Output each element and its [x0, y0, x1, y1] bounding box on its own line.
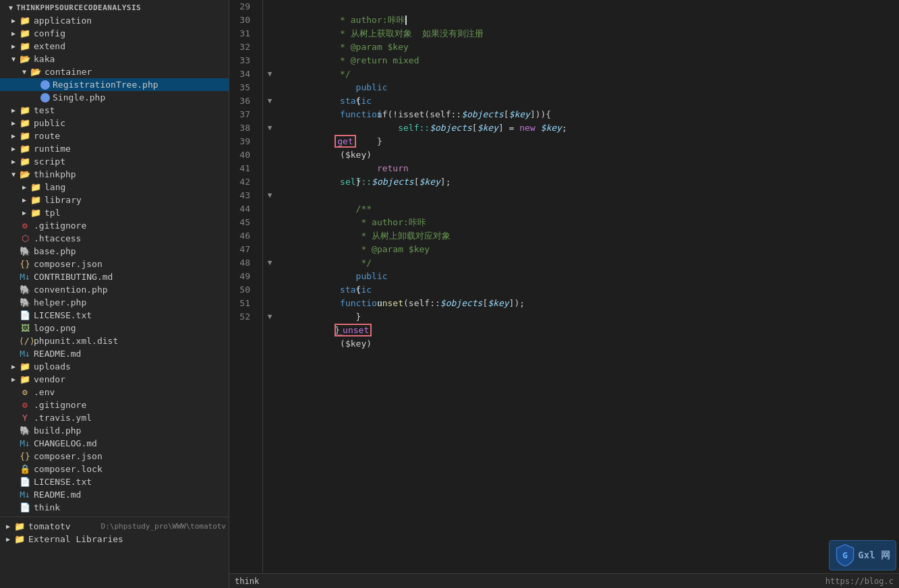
watermark-site-label: Gxl 网: [858, 550, 890, 562]
watermark-badge: G Gxl 网: [829, 540, 896, 570]
sidebar-item-readmemd1[interactable]: ▶ M↓ README.md: [0, 347, 229, 360]
sidebar-item-application[interactable]: ▶ 📁 application: [0, 14, 229, 27]
sidebar-item-extend[interactable]: ▶ 📁 extend: [0, 40, 229, 53]
fold-36[interactable]: ▼: [263, 94, 277, 108]
file-icon-env: ⚙: [19, 387, 31, 397]
sidebar-item-public[interactable]: ▶ 📁 public: [0, 117, 229, 129]
line-num-45: 45: [235, 216, 257, 229]
brace-38: }: [335, 136, 382, 146]
folder-icon-public: 📁: [19, 118, 31, 128]
sidebar-label-readmemd1: README.md: [34, 349, 226, 359]
sidebar-title: ThinkPHPSourceCodeAnalysis: [16, 3, 141, 12]
bottom-left: think: [235, 577, 259, 586]
code-line-43: /**: [282, 189, 899, 202]
arrow-public: ▶: [8, 119, 19, 127]
fold-48[interactable]: ▼: [263, 256, 277, 270]
fold-43[interactable]: ▼: [263, 189, 277, 202]
sidebar-item-buildphp[interactable]: ▶ 🐘 build.php: [0, 424, 229, 437]
sidebar-item-external[interactable]: ▶ 📁 External Libraries: [0, 533, 229, 546]
sidebar-label-application: application: [34, 16, 226, 26]
sidebar-item-helperphp[interactable]: ▶ 🐘 helper.php: [0, 296, 229, 309]
sidebar-item-contributingmd[interactable]: ▶ M↓ CONTRIBUTING.md: [0, 270, 229, 283]
arrow-lang: ▶: [19, 183, 30, 191]
brace-35: {: [335, 96, 361, 106]
sidebar-item-test[interactable]: ▶ 📁 test: [0, 104, 229, 117]
sidebar-label-tomatotv: tomatotv: [28, 521, 98, 531]
sidebar-label-runtime: runtime: [34, 144, 226, 154]
sidebar-item-config[interactable]: ▶ 📁 config: [0, 27, 229, 40]
file-icon-helperphp: 🐘: [19, 297, 31, 307]
sidebar-label-container: container: [45, 67, 226, 77]
fn-unset-50: unset: [335, 298, 403, 308]
sidebar-label-helperphp: helper.php: [34, 297, 226, 307]
arrow-thinkphp: ▼: [8, 171, 19, 178]
sidebar-item-composerjson1[interactable]: ▶ {} composer.json: [0, 258, 229, 270]
fold-52[interactable]: ▼: [263, 310, 277, 324]
code-content[interactable]: * author:咔咔 * 从树上获取对象 如果没有则注册 * @param $…: [277, 0, 899, 573]
code-36c: ])){: [530, 109, 551, 119]
sidebar-item-registrationtree[interactable]: ▶ RegistrationTree.php: [0, 78, 229, 91]
sidebar-item-licensetxt[interactable]: ▶ 📄 LICENSE.txt: [0, 475, 229, 488]
fn-unset-highlight: _unset: [335, 324, 372, 336]
code-line-50: unset(self::$objects[$key]);: [282, 283, 899, 297]
sidebar-item-gitignore[interactable]: ▶ ⚙ .gitignore: [0, 399, 229, 411]
folder-icon-external: 📁: [13, 534, 26, 544]
sidebar-item-gitignore2[interactable]: ▶ ⚙ .gitignore: [0, 219, 229, 232]
shield-icon: G: [835, 543, 855, 567]
sidebar-item-composerjson[interactable]: ▶ {} composer.json: [0, 450, 229, 463]
sidebar-item-script[interactable]: ▶ 📁 script: [0, 155, 229, 168]
svg-text:G: G: [842, 550, 848, 560]
arrow-vendor: ▶: [8, 376, 19, 383]
sidebar-item-tpl[interactable]: ▶ 📁 tpl: [0, 206, 229, 219]
sidebar-item-conventionphp[interactable]: ▶ 🐘 convention.php: [0, 283, 229, 296]
sidebar-item-composerlock[interactable]: ▶ 🔒 composer.lock: [0, 463, 229, 475]
fold-38[interactable]: ▼: [263, 121, 277, 135]
brace-52: }: [335, 325, 340, 335]
line-num-51: 51: [235, 297, 257, 310]
code-container[interactable]: 29 30 31 32 33 34 35 36 37 38 39 40 41 4…: [229, 0, 899, 573]
code-line-44: * author:咔咔: [282, 202, 899, 216]
sidebar-label-conventionphp: convention.php: [34, 285, 226, 295]
code-line-40: return self::$objects[$key];: [282, 148, 899, 162]
folder-icon-config: 📁: [19, 28, 31, 38]
file-icon-buildphp: 🐘: [19, 425, 31, 436]
sidebar-item-changelogmd[interactable]: ▶ M↓ CHANGELOG.md: [0, 437, 229, 450]
var-key-36a: $key: [509, 109, 530, 119]
sidebar-item-runtime[interactable]: ▶ 📁 runtime: [0, 142, 229, 155]
sidebar-item-uploads[interactable]: ▶ 📁 uploads: [0, 360, 229, 373]
fold-49: [263, 270, 277, 283]
fold-34[interactable]: ▼: [263, 67, 277, 81]
sidebar-item-single[interactable]: ▶ Single.php: [0, 91, 229, 104]
sidebar-item-readmemd[interactable]: ▶ M↓ README.md: [0, 488, 229, 501]
sidebar-item-lang[interactable]: ▶ 📁 lang: [0, 181, 229, 194]
sidebar-item-container[interactable]: ▼ 📂 container: [0, 65, 229, 78]
folder-icon-vendor: 📁: [19, 374, 31, 384]
line-num-31: 31: [235, 27, 257, 40]
sidebar-item-phpunitxml[interactable]: ▶ ⟨/⟩ phpunit.xml.dist: [0, 334, 229, 347]
arrow-script: ▶: [8, 158, 19, 165]
sidebar-item-library[interactable]: ▶ 📁 library: [0, 194, 229, 206]
sidebar-item-vendor[interactable]: ▶ 📁 vendor: [0, 373, 229, 386]
sidebar-item-kaka[interactable]: ▼ 📂 kaka: [0, 53, 229, 65]
sidebar-item-travisyml[interactable]: ▶ Y .travis.yml: [0, 411, 229, 424]
sidebar-item-licensetxt1[interactable]: ▶ 📄 LICENSE.txt: [0, 309, 229, 322]
fold-47: [263, 243, 277, 256]
fold-32: [263, 40, 277, 54]
file-icon-composerjson1: {}: [19, 259, 31, 269]
sidebar-item-htaccess[interactable]: ▶ ⬡ .htaccess: [0, 232, 229, 245]
folder-icon-runtime: 📁: [19, 144, 31, 154]
sidebar-item-route[interactable]: ▶ 📁 route: [0, 129, 229, 142]
sidebar-item-thinkphp[interactable]: ▼ 📂 thinkphp: [0, 168, 229, 181]
sidebar-item-logopng[interactable]: ▶ 🖼 logo.png: [0, 322, 229, 334]
folder-icon-library: 📁: [30, 195, 42, 205]
sidebar-label-thinkphp: thinkphp: [34, 169, 226, 179]
sidebar-item-tomatotv[interactable]: ▶ 📁 tomatotv D:\phpstudy_pro\WWW\tomatot…: [0, 520, 229, 533]
line-num-33: 33: [235, 54, 257, 67]
line-numbers: 29 30 31 32 33 34 35 36 37 38 39 40 41 4…: [229, 0, 263, 573]
sidebar-item-think[interactable]: ▶ 📄 think: [0, 501, 229, 514]
code-37d: ;: [562, 123, 567, 133]
sidebar-item-basephp[interactable]: ▶ 🐘 base.php: [0, 245, 229, 258]
file-icon-composerlock: 🔒: [19, 464, 31, 474]
folder-icon-script: 📁: [19, 156, 31, 167]
sidebar-item-env[interactable]: ▶ ⚙ .env: [0, 386, 229, 399]
